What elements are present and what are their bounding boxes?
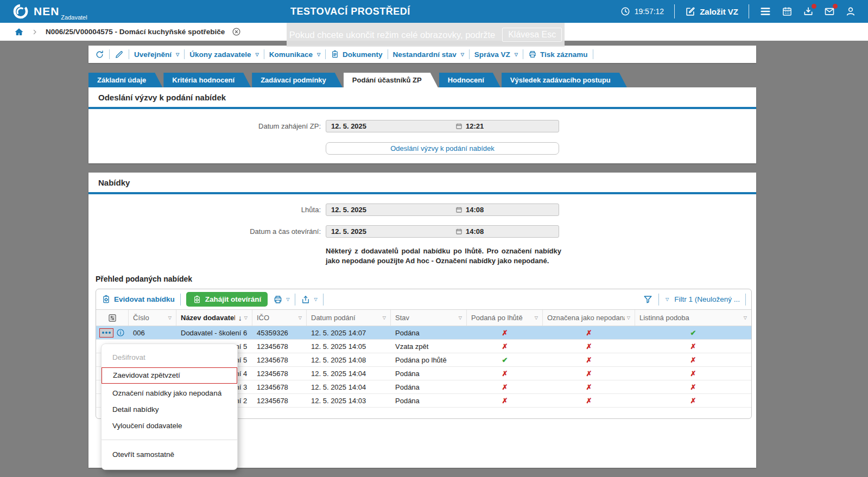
divider (264, 49, 264, 59)
breadcrumb-item[interactable]: N006/25/V00004575 - Domácí kuchyňské spo… (46, 28, 225, 36)
cell-oznacena-jako-nepodana: ✗ (543, 326, 635, 339)
cross-icon: ✗ (502, 329, 508, 337)
datum-zahajeni-input[interactable]: 12. 5. 2025 12:21 (326, 120, 559, 132)
filter-funnel-icon[interactable] (643, 294, 653, 304)
tab-vysledek-zadavaciho-postupu[interactable]: Výsledek zadávacího postupu (502, 73, 627, 87)
calendar-small-icon[interactable] (455, 228, 462, 235)
mail-icon[interactable] (824, 6, 835, 17)
divider (658, 294, 659, 306)
menu-item-otevrit-samostatne[interactable]: Otevřít samostatně (102, 447, 237, 463)
brand-name: NEN (34, 6, 59, 17)
create-vz-button[interactable]: Založit VZ (685, 7, 738, 17)
toolbar-item-nestandardni-stav[interactable]: Nestandardní stav▽ (393, 50, 464, 59)
tab-podani-ucastniku-zp[interactable]: Podání účastníků ZP (344, 73, 438, 87)
calendar-small-icon[interactable] (455, 123, 462, 130)
column-header-podana-po-lhute[interactable]: Podaná po lhůtě▽ (467, 310, 543, 326)
filter-caret-icon[interactable]: ▽ (533, 315, 538, 320)
column-header-oznacena-jako-nepodana[interactable]: Označena jako nepodaná▽ (543, 310, 635, 326)
filter-caret-icon[interactable]: ▽ (242, 315, 248, 320)
cell-oznacena-jako-nepodana: ✗ (543, 380, 635, 393)
tab-hodnoceni[interactable]: Hodnocení (439, 73, 500, 87)
column-header-stav[interactable]: Stav▽ (391, 310, 467, 326)
filter-caret-icon[interactable]: ▽ (742, 315, 747, 320)
cross-icon: ✗ (586, 397, 592, 405)
active-filter-label[interactable]: Filtr 1 (Neuložený ... (674, 295, 740, 303)
zahajit-label: Zahájit otevírání (205, 295, 262, 303)
table-row[interactable]: 006Dodavatel - školení 64535932612. 5. 2… (96, 326, 751, 340)
toolbar-item-tisk-zaznamu[interactable]: Tisk záznamu (528, 50, 588, 59)
refresh-icon[interactable] (95, 50, 104, 59)
menu-item-oznaceni-nabidky-jako-nepodana[interactable]: Označení nabídky jako nepodaná (102, 385, 237, 402)
clock-value: 19:57:12 (635, 7, 664, 16)
toolbar-item-komunikace[interactable]: Komunikace▽ (269, 50, 320, 59)
inbox-download-icon[interactable] (803, 6, 814, 17)
divider (749, 4, 749, 18)
tab-kriteria-hodnoceni[interactable]: Kritéria hodnocení (163, 73, 251, 87)
menu-item-zaevidovat-zpetvzeti[interactable]: Zaevidovat zpětvzetí (102, 367, 237, 384)
datum-oteviranie-input[interactable]: 12. 5. 2025 14:08 (326, 225, 559, 238)
tabs: Základní údajeKritéria hodnoceníZadávací… (88, 73, 627, 87)
user-icon[interactable] (845, 6, 856, 17)
late-offer-warning: Některý z dodavatelů podal nabídku po lh… (326, 246, 561, 265)
filter-caret-icon[interactable]: ▽ (625, 315, 630, 320)
send-invitation-button[interactable]: Odeslání výzvy k podání nabídek (326, 142, 559, 155)
home-icon[interactable] (14, 27, 24, 37)
column-header-cislo[interactable]: Číslo▽ (129, 310, 176, 326)
time-value[interactable]: 12:21 (466, 122, 484, 130)
print-menu-button[interactable]: ▽ (273, 295, 289, 304)
calendar-icon[interactable] (782, 6, 793, 17)
calendar-small-icon[interactable] (455, 206, 462, 213)
column-header-listinna-podoba[interactable]: Listinná podoba▽ (635, 310, 751, 326)
menu-icon[interactable] (759, 5, 771, 17)
close-tab-icon[interactable] (232, 27, 241, 36)
column-header-datum-podani[interactable]: Datum podání▽ (307, 310, 391, 326)
record-toolbar-links: Uveřejnění▽Úkony zadavatele▽Komunikace▽D… (134, 49, 588, 59)
time-value[interactable]: 14:08 (466, 206, 484, 214)
chevron-down-icon: ▽ (461, 52, 464, 57)
date-value[interactable]: 12. 5. 2025 (326, 227, 455, 236)
tab-zakladni-udaje[interactable]: Základní údaje (88, 73, 162, 87)
filter-caret-icon[interactable]: ▽ (296, 315, 302, 320)
filter-caret-icon[interactable]: ▽ (166, 315, 172, 320)
column-header-ico[interactable]: IČO▽ (252, 310, 307, 326)
filter-caret-icon[interactable]: ▽ (381, 315, 386, 320)
tab-zadavaci-podminky[interactable]: Zadávací podmínky (252, 73, 343, 87)
cell-podana-po-lhute: ✗ (467, 394, 543, 407)
cross-icon: ✗ (586, 383, 592, 391)
clock-icon (620, 7, 630, 16)
filter-caret-icon[interactable]: ▽ (457, 315, 462, 320)
environment-title: TESTOVACÍ PROSTŘEDÍ (290, 0, 410, 23)
lhuta-input[interactable]: 12. 5. 2025 14:08 (326, 203, 559, 216)
column-settings-button[interactable] (96, 310, 129, 326)
date-value[interactable]: 12. 5. 2025 (326, 122, 455, 130)
nen-logo[interactable]: NEN Zadavatel (12, 3, 87, 20)
menu-item-detail-nabidky[interactable]: Detail nabídky (102, 402, 237, 418)
clipboard-gear-icon (193, 295, 201, 304)
toolbar-item-ukony-zadavatele[interactable]: Úkony zadavatele▽ (189, 50, 258, 59)
cell-ico: 12345678 (252, 353, 307, 366)
zahajit-oteviranie-button[interactable]: Zahájit otevírání (186, 292, 268, 307)
row-menu-button[interactable] (99, 328, 113, 338)
export-menu-button[interactable]: ▽ (301, 295, 317, 304)
evidovat-nabidku-button[interactable]: Evidovat nabídku (102, 295, 175, 304)
date-value[interactable]: 12. 5. 2025 (326, 206, 455, 214)
cross-icon: ✗ (502, 342, 508, 351)
cell-stav: Vzata zpět (391, 340, 467, 353)
cell-stav: Podána (391, 326, 467, 339)
menu-item-vylouceni-dodavatele[interactable]: Vyloučení dodavatele (102, 418, 237, 434)
section-underline (88, 107, 756, 109)
toolbar-item-sprava-vz[interactable]: Správa VZ▽ (474, 50, 518, 59)
column-header-nazev-dodavatele[interactable]: Název dodavatele↓▽ (176, 310, 252, 326)
cross-icon: ✗ (690, 356, 696, 364)
toolbar-item-dokumenty[interactable]: Dokumenty (331, 50, 383, 59)
chevron-down-icon: ▽ (256, 52, 259, 57)
cell-datum-podani: 12. 5. 2025 14:08 (307, 353, 391, 366)
chevron-down-icon[interactable]: ▽ (666, 297, 669, 302)
info-icon[interactable] (116, 328, 125, 337)
divider (593, 49, 593, 59)
toolbar-item-uverejneni[interactable]: Uveřejnění▽ (134, 50, 179, 59)
cell-listinna-podoba: ✗ (635, 353, 751, 366)
pencil-icon[interactable] (115, 50, 124, 59)
time-value[interactable]: 14:08 (466, 227, 484, 236)
divider (184, 49, 185, 59)
